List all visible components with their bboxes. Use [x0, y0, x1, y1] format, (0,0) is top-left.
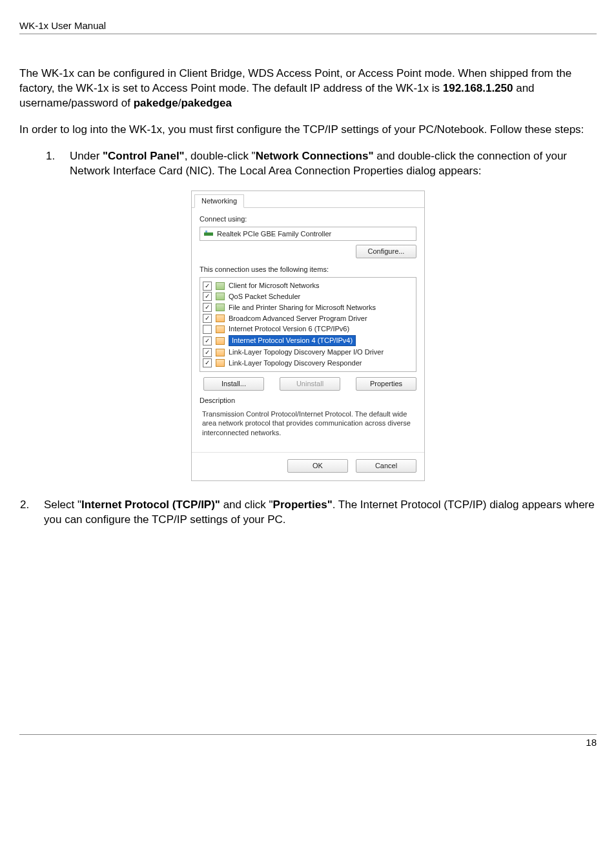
list-item[interactable]: Internet Protocol Version 6 (TCP/IPv6): [203, 324, 413, 335]
tab-bar: Networking: [192, 191, 424, 208]
protocol-icon: [216, 314, 225, 322]
list-item[interactable]: File and Printer Sharing for Microsoft N…: [203, 302, 413, 313]
configure-button[interactable]: Configure...: [356, 245, 416, 258]
text-bold: Properties": [273, 499, 333, 511]
text-bold: Network Connections": [256, 150, 374, 162]
protocol-icon: [216, 304, 225, 311]
checkbox-icon[interactable]: [203, 348, 212, 357]
page-header: WK-1x User Manual: [19, 19, 597, 34]
item-label: Link-Layer Topology Discovery Mapper I/O…: [229, 347, 384, 357]
properties-button[interactable]: Properties: [356, 377, 416, 391]
connect-using-label: Connect using:: [200, 214, 416, 224]
ok-button[interactable]: OK: [287, 459, 348, 473]
adapter-field: Realtek PCIe GBE Family Controller: [200, 227, 416, 242]
uses-items-label: This connection uses the following items…: [200, 265, 416, 274]
doc-title: WK-1x User Manual: [19, 19, 106, 32]
password: pakedgea: [181, 97, 231, 109]
description-box: Description Transmission Control Protoco…: [200, 396, 416, 446]
protocol-icon: [216, 359, 225, 367]
page-footer: 18: [19, 734, 597, 749]
checkbox-icon[interactable]: [203, 292, 212, 301]
description-text: Transmission Control Protocol/Internet P…: [200, 408, 416, 446]
protocol-icon: [216, 293, 225, 300]
svg-rect-1: [205, 231, 207, 232]
step-2: Select "Internet Protocol (TCP/IP)" and …: [32, 498, 597, 528]
protocol-icon: [216, 325, 225, 333]
nic-icon: [204, 231, 213, 237]
checkbox-icon[interactable]: [203, 358, 212, 367]
text-bold: Internet Protocol (TCP/IP)": [81, 499, 220, 511]
page-number: 18: [586, 736, 597, 749]
list-item[interactable]: Client for Microsoft Networks: [203, 280, 413, 291]
list-item[interactable]: QoS Packet Scheduler: [203, 291, 413, 302]
svg-rect-0: [204, 232, 213, 236]
connection-properties-dialog: Networking Connect using: Realtek PCIe G…: [191, 190, 425, 481]
items-list[interactable]: Client for Microsoft NetworksQoS Packet …: [200, 277, 416, 372]
item-label: QoS Packet Scheduler: [229, 292, 300, 302]
text-bold: "Control Panel": [103, 150, 185, 162]
protocol-icon: [216, 282, 225, 290]
list-item[interactable]: Internet Protocol Version 4 (TCP/IPv4): [203, 335, 413, 347]
item-label: Link-Layer Topology Discovery Responder: [229, 358, 362, 368]
dialog-footer: OK Cancel: [192, 452, 424, 480]
checkbox-icon[interactable]: [203, 325, 212, 334]
ip-address: 192.168.1.250: [443, 82, 513, 94]
text: and click ": [220, 499, 273, 511]
item-label: Internet Protocol Version 6 (TCP/IPv6): [229, 324, 349, 334]
text: Select ": [44, 499, 81, 511]
protocol-icon: [216, 349, 225, 356]
intro-paragraph-2: In order to log into the WK-1x, you must…: [19, 123, 597, 138]
list-item[interactable]: Link-Layer Topology Discovery Responder: [203, 358, 413, 369]
list-item[interactable]: Broadcom Advanced Server Program Driver: [203, 313, 413, 324]
steps-list-2: Select "Internet Protocol (TCP/IP)" and …: [19, 498, 597, 528]
item-label: File and Printer Sharing for Microsoft N…: [229, 303, 376, 313]
install-button[interactable]: Install...: [203, 377, 264, 391]
description-label: Description: [200, 396, 416, 406]
step-1: Under "Control Panel", double-click "Net…: [58, 149, 597, 179]
item-label: Client for Microsoft Networks: [229, 281, 320, 291]
text: Under: [70, 150, 103, 162]
item-buttons-row: Install... Uninstall Properties: [200, 377, 416, 391]
adapter-name: Realtek PCIe GBE Family Controller: [217, 229, 331, 239]
list-item[interactable]: Link-Layer Topology Discovery Mapper I/O…: [203, 347, 413, 358]
protocol-icon: [216, 337, 225, 345]
username: pakedge: [134, 97, 178, 109]
item-label: Internet Protocol Version 4 (TCP/IPv4): [229, 335, 356, 346]
tab-networking[interactable]: Networking: [194, 194, 244, 208]
text: , double-click ": [185, 150, 256, 162]
intro-paragraph-1: The WK-1x can be configured in Client Br…: [19, 67, 597, 111]
uninstall-button[interactable]: Uninstall: [280, 377, 340, 391]
dialog-body: Connect using: Realtek PCIe GBE Family C…: [192, 208, 424, 452]
checkbox-icon[interactable]: [203, 336, 212, 345]
configure-row: Configure...: [200, 245, 416, 258]
checkbox-icon[interactable]: [203, 303, 212, 312]
dialog-screenshot: Networking Connect using: Realtek PCIe G…: [19, 190, 597, 481]
checkbox-icon[interactable]: [203, 314, 212, 323]
cancel-button[interactable]: Cancel: [356, 459, 416, 473]
checkbox-icon[interactable]: [203, 282, 212, 291]
item-label: Broadcom Advanced Server Program Driver: [229, 314, 367, 324]
steps-list: Under "Control Panel", double-click "Net…: [58, 149, 597, 179]
